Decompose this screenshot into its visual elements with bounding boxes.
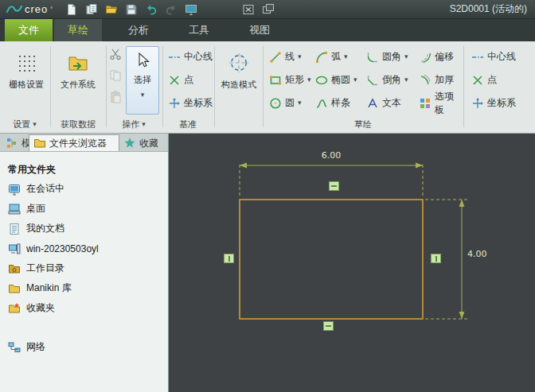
arc-icon bbox=[315, 51, 328, 64]
file-system-button[interactable]: 文件系统 bbox=[53, 46, 103, 111]
quick-access-toolbar bbox=[65, 3, 275, 16]
tab-file[interactable]: 文件 bbox=[5, 19, 53, 41]
group-label-datum: 基准 bbox=[162, 117, 213, 131]
model-tree-icon bbox=[6, 137, 18, 149]
drag-handle-top[interactable] bbox=[329, 181, 339, 191]
spline-icon bbox=[315, 97, 328, 110]
construction-mode-icon bbox=[228, 52, 249, 73]
drag-handle-bottom[interactable] bbox=[323, 321, 334, 331]
library-folder-icon bbox=[8, 282, 21, 295]
tab-folder-browser[interactable]: 文件夹浏览器 bbox=[29, 134, 119, 151]
dropdown-arrow-icon[interactable]: ▾ bbox=[344, 53, 348, 60]
navigator-tabs: 模型树 文件夹浏览器 收藏夹 bbox=[0, 134, 168, 152]
dropdown-arrow-icon[interactable]: ▾ bbox=[298, 53, 302, 60]
ribbon: 栅格设置 设置▾ 文件系统 获取数据 选择 ▾ 操作▾ bbox=[0, 41, 535, 134]
sketch-csys-button[interactable]: 坐标系 bbox=[468, 91, 530, 114]
palette-icon bbox=[419, 97, 432, 110]
centerline-icon bbox=[471, 51, 484, 64]
datum-centerline-button[interactable]: 中心线 bbox=[165, 45, 213, 68]
offset-icon bbox=[419, 51, 432, 64]
open-model-icon[interactable] bbox=[85, 3, 98, 16]
main-area: 模型树 文件夹浏览器 收藏夹 常用文件夹 在会话中 bbox=[0, 134, 535, 392]
dropdown-arrow-icon[interactable]: ▾ bbox=[353, 76, 357, 83]
creo-logo: creo° bbox=[0, 3, 53, 15]
open-icon[interactable] bbox=[105, 3, 118, 16]
thicken-icon bbox=[419, 74, 432, 87]
chamfer-button[interactable]: 倒角 ▾ bbox=[363, 68, 416, 91]
title-bar: creo° S2D0001 (活动的) bbox=[0, 0, 535, 19]
folder-tree: 常用文件夹 在会话中 桌面 我的文档 win-20230503oyl bbox=[0, 152, 168, 357]
group-label-sketching: 草绘 bbox=[266, 117, 460, 131]
thicken-button[interactable]: 加厚 bbox=[416, 68, 460, 91]
dropdown-arrow-icon[interactable]: ▾ bbox=[298, 99, 302, 107]
construction-mode-label: 构造模式 bbox=[221, 79, 256, 91]
tab-analysis[interactable]: 分析 bbox=[115, 19, 162, 41]
spline-button[interactable]: 样条 bbox=[312, 91, 363, 114]
new-file-icon[interactable] bbox=[65, 3, 78, 16]
text-icon bbox=[366, 97, 379, 110]
tree-item-working-directory[interactable]: 工作目录 bbox=[8, 258, 168, 278]
drag-handle-left[interactable] bbox=[224, 254, 234, 263]
drag-handle-right[interactable] bbox=[431, 254, 441, 263]
repaint-display-icon[interactable] bbox=[185, 3, 197, 16]
tree-item-desktop[interactable]: 桌面 bbox=[8, 199, 168, 219]
dimension-value-height[interactable]: 4.00 bbox=[467, 249, 487, 259]
dropdown-arrow-icon[interactable]: ▾ bbox=[404, 53, 408, 60]
circle-icon bbox=[269, 97, 282, 110]
dropdown-arrow-icon[interactable]: ▾ bbox=[307, 76, 311, 83]
windows-icon[interactable] bbox=[262, 3, 275, 16]
undo-icon[interactable] bbox=[145, 3, 158, 16]
select-label: 选择 bbox=[134, 74, 151, 86]
computer-icon bbox=[8, 243, 21, 255]
tab-favorites[interactable]: 收藏夹 bbox=[119, 135, 158, 151]
paste-icon[interactable] bbox=[109, 91, 122, 103]
tab-sketch[interactable]: 草绘 bbox=[54, 19, 102, 41]
offset-button[interactable]: 偏移 bbox=[416, 45, 460, 68]
rectangle-button[interactable]: 矩形 ▾ bbox=[266, 68, 312, 91]
line-button[interactable]: 线 ▾ bbox=[266, 45, 312, 68]
group-separator bbox=[106, 46, 107, 127]
sketch-canvas[interactable]: 6.00 4.00 bbox=[169, 134, 535, 392]
fillet-button[interactable]: 圆角 ▾ bbox=[363, 45, 416, 68]
tree-item-network[interactable]: 网络 bbox=[8, 337, 168, 357]
datum-csys-button[interactable]: 坐标系 bbox=[165, 91, 213, 114]
group-separator bbox=[162, 46, 163, 127]
tree-item-favorites[interactable]: 收藏夹 bbox=[8, 298, 168, 318]
close-window-icon[interactable] bbox=[242, 3, 255, 16]
palette-button[interactable]: 选项板 bbox=[416, 91, 460, 114]
tree-item-computer[interactable]: win-20230503oyl bbox=[8, 239, 168, 258]
redo-icon[interactable] bbox=[165, 3, 178, 16]
construction-mode-button[interactable]: 构造模式 bbox=[217, 46, 261, 111]
tree-item-in-session[interactable]: 在会话中 bbox=[8, 179, 168, 199]
datum-point-button[interactable]: 点 bbox=[165, 68, 213, 91]
circle-button[interactable]: 圆 ▾ bbox=[266, 91, 312, 114]
file-system-label: 文件系统 bbox=[61, 79, 96, 91]
tree-item-manikin-library[interactable]: Manikin 库 bbox=[8, 278, 168, 298]
chamfer-icon bbox=[366, 74, 379, 87]
group-separator bbox=[214, 46, 215, 127]
tree-item-documents[interactable]: 我的文档 bbox=[8, 219, 168, 239]
dropdown-arrow-icon[interactable]: ▾ bbox=[141, 91, 145, 99]
group-label-operations[interactable]: 操作▾ bbox=[107, 117, 161, 131]
select-button[interactable]: 选择 ▾ bbox=[126, 46, 159, 114]
copy-icon[interactable] bbox=[109, 69, 122, 82]
sketch-point-button[interactable]: 点 bbox=[468, 68, 530, 91]
save-icon[interactable] bbox=[125, 3, 138, 16]
tab-view[interactable]: 视图 bbox=[236, 19, 283, 41]
text-button[interactable]: 文本 bbox=[363, 91, 416, 114]
dropdown-arrow-icon[interactable]: ▾ bbox=[404, 76, 408, 83]
tab-model-tree[interactable]: 模型树 bbox=[2, 135, 29, 151]
point-icon bbox=[168, 74, 181, 87]
sketch-centerline-button[interactable]: 中心线 bbox=[468, 45, 530, 68]
group-label-settings[interactable]: 设置▾ bbox=[0, 117, 49, 131]
folder-icon bbox=[33, 137, 46, 149]
ellipse-button[interactable]: 椭圆 ▾ bbox=[312, 68, 363, 91]
cut-icon[interactable] bbox=[109, 48, 122, 60]
arc-button[interactable]: 弧 ▾ bbox=[312, 45, 363, 68]
grid-settings-button[interactable]: 栅格设置 bbox=[3, 46, 49, 111]
tab-tools[interactable]: 工具 bbox=[175, 19, 223, 41]
dimension-value-width[interactable]: 6.00 bbox=[315, 150, 347, 161]
sketch-rectangle[interactable] bbox=[240, 200, 423, 319]
dropdown-arrow-icon: ▾ bbox=[142, 121, 146, 128]
dropdown-arrow-icon: ▾ bbox=[33, 121, 37, 128]
